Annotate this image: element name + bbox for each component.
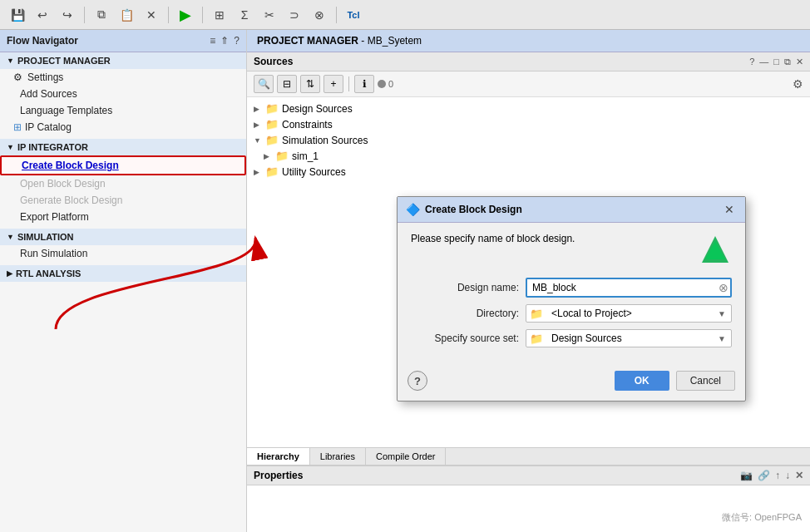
flow-nav-icons: ≡ ⇑ ? (210, 35, 240, 47)
settings-item[interactable]: ⚙ Settings (0, 69, 246, 86)
sources-sort-btn[interactable]: ⇅ (300, 75, 320, 93)
help-icon[interactable]: ? (234, 35, 240, 47)
tab-libraries[interactable]: Libraries (310, 448, 366, 465)
dialog-title-text: Create Block Design (425, 204, 522, 215)
stop-button[interactable]: ⊗ (309, 4, 330, 26)
sources-restore-icon[interactable]: □ (773, 57, 779, 66)
constraints-chevron: ▶ (254, 121, 262, 129)
ipi-section-header[interactable]: ▼ IP INTEGRATOR (0, 139, 246, 155)
flow-nav-header: Flow Navigator ≡ ⇑ ? (0, 30, 246, 52)
source-set-select[interactable]: Design Sources (546, 330, 713, 347)
tab-hierarchy[interactable]: Hierarchy (247, 448, 310, 465)
export-platform-item[interactable]: Export Platform (0, 209, 246, 225)
run-simulation-label: Run Simulation (20, 248, 87, 259)
sources-header: Sources ? — □ ⧉ ✕ (247, 52, 810, 71)
source-set-folder-icon: 📁 (526, 332, 546, 345)
properties-title: Properties (254, 470, 303, 481)
tab-compile-order[interactable]: Compile Order (366, 448, 447, 465)
tree-sim-1[interactable]: ▶ 📁 sim_1 (247, 148, 810, 164)
sources-maximize-icon[interactable]: ⧉ (784, 57, 791, 67)
sep1 (84, 7, 85, 23)
vivado-logo (699, 233, 732, 266)
design-sources-folder-icon: 📁 (265, 102, 279, 115)
sim-sources-label: Simulation Sources (282, 135, 368, 146)
delete-button[interactable]: ✕ (141, 4, 162, 26)
source-set-chevron-icon[interactable]: ▼ (713, 334, 731, 343)
sim-section-header[interactable]: ▼ SIMULATION (0, 229, 246, 245)
sources-collapse-btn[interactable]: ⊟ (277, 75, 297, 93)
sim-sources-folder-icon: 📁 (265, 134, 279, 146)
source-set-field: Specify source set: 📁 Design Sources ▼ (411, 329, 732, 347)
create-block-design-item[interactable]: Create Block Design (0, 155, 246, 175)
props-close-icon[interactable]: ✕ (795, 470, 803, 481)
undo-button[interactable]: ↩ (32, 4, 53, 26)
directory-chevron-icon[interactable]: ▼ (713, 309, 731, 318)
design-name-clear-icon[interactable]: ⊗ (719, 281, 729, 294)
props-photo-icon[interactable]: 📷 (740, 470, 753, 481)
run-button[interactable]: ▶ (175, 4, 196, 26)
sources-search-btn[interactable]: 🔍 (254, 75, 274, 93)
redo-button[interactable]: ↪ (57, 4, 78, 26)
sim-sources-chevron: ▼ (254, 136, 262, 145)
add-sources-label: Add Sources (20, 88, 77, 100)
sources-tabs: Hierarchy Libraries Compile Order (247, 447, 810, 465)
design-name-label: Design name: (411, 282, 519, 293)
sources-info-btn[interactable]: ℹ (354, 75, 374, 93)
sources-help-icon[interactable]: ? (749, 57, 754, 66)
design-sources-chevron: ▶ (254, 105, 262, 113)
up-icon[interactable]: ⇑ (220, 35, 229, 47)
directory-select[interactable]: <Local to Project> (546, 305, 713, 322)
flow-nav-title: Flow Navigator (7, 35, 78, 47)
pm-project-name: MB_Syetem (368, 35, 422, 47)
sources-gear-btn[interactable]: ⚙ (793, 77, 803, 91)
sources-add-btn[interactable]: + (324, 75, 343, 93)
props-down-icon[interactable]: ↓ (785, 470, 790, 481)
paste-button[interactable]: 📋 (116, 4, 137, 26)
tree-simulation-sources[interactable]: ▼ 📁 Simulation Sources (247, 132, 810, 148)
pm-chevron: ▼ (7, 57, 14, 65)
sources-count: 0 (378, 79, 393, 89)
cancel-button[interactable]: Cancel (676, 371, 735, 391)
utility-chevron: ▶ (254, 168, 262, 176)
sources-header-right: ? — □ ⧉ ✕ (749, 57, 803, 67)
run-simulation-item[interactable]: Run Simulation (0, 245, 246, 262)
ipi-chevron: ▼ (7, 143, 14, 151)
save-button[interactable]: 💾 (7, 4, 28, 26)
ok-button[interactable]: OK (615, 371, 669, 391)
directory-label: Directory: (411, 308, 519, 319)
language-templates-item[interactable]: Language Templates (0, 102, 246, 119)
utility-folder-icon: 📁 (265, 165, 279, 178)
connect-button[interactable]: ⊃ (284, 4, 305, 26)
tcl-button[interactable]: Tcl (343, 4, 364, 26)
dialog-close-button[interactable]: ✕ (722, 202, 737, 217)
cut-button[interactable]: ✂ (259, 4, 280, 26)
tree-design-sources[interactable]: ▶ 📁 Design Sources (247, 101, 810, 116)
props-up-icon[interactable]: ↑ (775, 470, 780, 481)
design-name-input-wrapper: ⊗ (526, 278, 732, 298)
add-sources-item[interactable]: Add Sources (0, 86, 246, 102)
pm-section-header[interactable]: ▼ PROJECT MANAGER (0, 52, 246, 69)
generate-bd-label: Generate Block Design (20, 195, 122, 206)
source-set-label: Specify source set: (411, 332, 519, 344)
step-button[interactable]: ⊞ (209, 4, 230, 26)
utility-sources-label: Utility Sources (282, 166, 346, 178)
export-platform-label: Export Platform (20, 211, 89, 223)
pm-separator: - (361, 35, 367, 47)
collapse-icon[interactable]: ≡ (210, 35, 215, 47)
directory-select-wrapper: 📁 <Local to Project> ▼ (526, 304, 732, 323)
copy-button[interactable]: ⧉ (91, 4, 112, 26)
rtl-section-header[interactable]: ▶ RTL ANALYSIS (0, 265, 246, 282)
sources-title: Sources (254, 56, 293, 67)
tree-constraints[interactable]: ▶ 📁 Constraints (247, 116, 810, 132)
tree-utility-sources[interactable]: ▶ 📁 Utility Sources (247, 164, 810, 180)
sources-minimize-icon[interactable]: — (759, 57, 768, 66)
open-bd-label: Open Block Design (20, 178, 106, 190)
design-name-input[interactable] (526, 278, 732, 298)
sum-button[interactable]: Σ (234, 4, 255, 26)
dialog-help-button[interactable]: ? (407, 371, 427, 391)
ip-catalog-item[interactable]: ⊞ IP Catalog (0, 119, 246, 135)
ipi-section-label: IP INTEGRATOR (17, 142, 88, 152)
sources-close-icon[interactable]: ✕ (796, 57, 803, 67)
dialog-title-bar: 🔷 Create Block Design ✕ (398, 197, 745, 223)
props-link-icon[interactable]: 🔗 (758, 470, 770, 481)
